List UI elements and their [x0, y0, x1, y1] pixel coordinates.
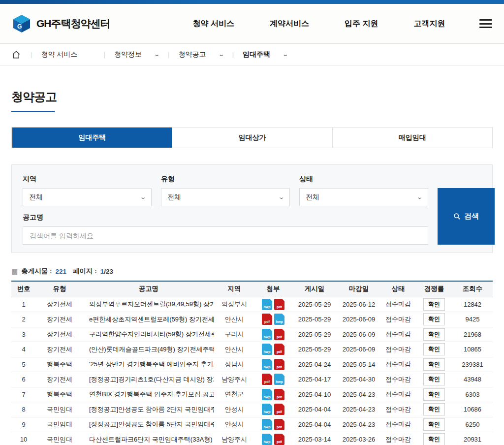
hwp-file-icon[interactable]: hwp [262, 419, 272, 430]
cell-due-date: 2025-06-09 [337, 312, 380, 327]
hwp-file-icon[interactable]: hwp [262, 404, 272, 415]
hwp-file-icon[interactable]: hwp [262, 299, 272, 310]
confirm-button[interactable]: 확인 [423, 328, 445, 341]
confirm-button[interactable]: 확인 [423, 298, 445, 311]
pdf-file-icon[interactable]: pdf [274, 404, 284, 415]
keyword-filter: 공고명 [23, 213, 428, 245]
status-filter: 상태 전체⌄ [299, 175, 428, 206]
tab[interactable]: 임대주택 [12, 127, 172, 148]
cell-no: 9 [11, 417, 36, 432]
pdf-file-icon[interactable]: pdf [262, 374, 272, 385]
keyword-label: 공고명 [23, 213, 428, 222]
cell-no: 8 [11, 402, 36, 417]
confirm-button[interactable]: 확인 [423, 403, 445, 415]
page-label: 페이지 : [73, 267, 97, 276]
status-select[interactable]: 전체⌄ [299, 188, 428, 206]
nav-item[interactable]: 계약서비스 [270, 19, 309, 29]
cell-type: 행복주택 [36, 387, 83, 402]
pdf-file-icon[interactable]: pdf [274, 344, 284, 355]
hwp-file-icon[interactable]: hwp [262, 434, 272, 445]
type-label: 유형 [161, 175, 290, 184]
pdf-file-icon[interactable]: pdf [274, 389, 284, 400]
cell-region: 성남시 [214, 357, 254, 372]
gh-cube-logo-icon: G [12, 14, 32, 33]
breadcrumb-item[interactable]: | 임대주택 ⌄ [223, 50, 288, 59]
confirm-button[interactable]: 확인 [423, 388, 445, 401]
chevron-down-icon: ⌄ [218, 51, 224, 58]
pdf-file-icon[interactable]: pdf [274, 419, 284, 430]
confirm-button[interactable]: 확인 [423, 373, 445, 385]
confirm-button[interactable]: 확인 [423, 358, 445, 371]
breadcrumb-item[interactable]: | 청약정보 ⌄ [95, 50, 159, 59]
hwp-file-icon[interactable]: hwp [274, 374, 284, 385]
breadcrumb-item[interactable]: | 청약 서비스 ⌄ [22, 50, 95, 59]
cell-title[interactable]: [정정공고]경기리츠1호(다산지금 데시앙) 장기전세… [83, 372, 214, 387]
cell-title[interactable]: 구리역한양수자인리버시티(59형) 장기전세주택 예… [83, 327, 214, 342]
chevron-down-icon: ⌄ [416, 194, 423, 200]
cell-title[interactable]: '25년 상반기 경기행복주택 예비입주자 추가모집 공고 [83, 357, 214, 372]
cell-region: 의정부시 [214, 297, 254, 312]
breadcrumb-items: | 청약 서비스 ⌄ | 청약정보 ⌄ | 청약공고 ⌄ | [22, 50, 287, 59]
category-tabs: 임대주택임대상가매입임대 [11, 127, 493, 148]
confirm-button[interactable]: 확인 [423, 433, 445, 445]
table-row: 4 장기전세 (안산)롯데캐슬골드파크(49형) 장기전세주택 예비… 안산시 … [11, 342, 493, 357]
cell-attachments: hwppdf [254, 342, 292, 357]
cell-no: 4 [11, 342, 36, 357]
cell-title[interactable]: (안산)롯데캐슬골드파크(49형) 장기전세주택 예비… [83, 342, 214, 357]
tab[interactable]: 매입임대 [332, 127, 492, 148]
nav-item[interactable]: 입주 지원 [345, 19, 378, 29]
logo-text: GH주택청약센터 [36, 17, 110, 31]
cell-attachments: hwppdf [254, 297, 292, 312]
cell-rate: 확인 [416, 372, 452, 387]
region-select[interactable]: 전체⌄ [23, 188, 152, 206]
search-icon [453, 213, 461, 220]
hwp-file-icon[interactable]: hwp [262, 389, 272, 400]
cell-title[interactable]: 다산센트럴파크6단지 국민임대주택(33A형) 예비입… [83, 432, 214, 445]
table-row: 2 장기전세 e편한세상초지역센트럴포레(59형) 장기전세주택 … 안산시 p… [11, 312, 493, 327]
column-header: 게시일 [292, 282, 337, 297]
cell-attachments: hwppdf [254, 432, 292, 445]
cell-title[interactable]: 의정부역푸르지오더센트럴(39,49,59형) 장기전세… [83, 297, 214, 312]
table-row: 5 행복주택 '25년 상반기 경기행복주택 예비입주자 추가모집 공고 성남시… [11, 357, 493, 372]
cell-region: 남양주시 [214, 432, 254, 445]
cell-title[interactable]: e편한세상초지역센트럴포레(59형) 장기전세주택 … [83, 312, 214, 327]
cell-title[interactable]: 연천BIX 경기행복주택 입주자 추가모집 공고 [83, 387, 214, 402]
hwp-file-icon[interactable]: hwp [274, 314, 284, 325]
cell-views: 6303 [452, 387, 493, 402]
column-header: 상태 [380, 282, 416, 297]
type-select[interactable]: 전체⌄ [161, 188, 290, 206]
search-button[interactable]: 검색 [438, 188, 495, 245]
table-row: 7 행복주택 연천BIX 경기행복주택 입주자 추가모집 공고 연천군 hwpp… [11, 387, 493, 402]
cell-posted-date: 2025-04-24 [292, 357, 337, 372]
tab[interactable]: 임대상가 [172, 127, 332, 148]
confirm-button[interactable]: 확인 [423, 343, 445, 355]
cell-views: 239381 [452, 357, 493, 372]
cell-title[interactable]: [정정공고]안성공도 참아름 2단지 국민임대주택 예… [83, 402, 214, 417]
cell-posted-date: 2025-05-29 [292, 327, 337, 342]
cell-attachments: hwppdf [254, 417, 292, 432]
keyword-input[interactable] [23, 226, 428, 245]
nav-item[interactable]: 고객지원 [413, 19, 445, 29]
type-filter: 유형 전체⌄ [161, 175, 290, 206]
cell-views: 21968 [452, 327, 493, 342]
hwp-file-icon[interactable]: hwp [262, 359, 272, 370]
hwp-file-icon[interactable]: hwp [262, 344, 272, 355]
chevron-down-icon: ⌄ [139, 194, 146, 200]
cell-posted-date: 2025-03-14 [292, 432, 337, 445]
cell-posted-date: 2025-04-10 [292, 387, 337, 402]
home-icon[interactable] [12, 50, 22, 60]
pdf-file-icon[interactable]: pdf [274, 359, 284, 370]
pdf-file-icon[interactable]: pdf [274, 299, 284, 310]
breadcrumb-item[interactable]: | 청약공고 ⌄ [159, 50, 223, 59]
pdf-file-icon[interactable]: pdf [274, 329, 284, 340]
confirm-button[interactable]: 확인 [423, 418, 445, 431]
hamburger-menu-icon[interactable] [479, 19, 492, 28]
cell-title[interactable]: [정정공고]안성공도 참아름 5단지 국민임대주택 예… [83, 417, 214, 432]
hwp-file-icon[interactable]: hwp [262, 329, 272, 340]
site-logo[interactable]: G GH주택청약센터 [12, 14, 110, 33]
pdf-file-icon[interactable]: pdf [274, 434, 284, 445]
confirm-button[interactable]: 확인 [423, 313, 445, 325]
nav-item[interactable]: 청약 서비스 [193, 19, 234, 29]
pdf-file-icon[interactable]: pdf [262, 314, 272, 325]
table-row: 9 국민임대 [정정공고]안성공도 참아름 5단지 국민임대주택 예… 안성시 … [11, 417, 493, 432]
